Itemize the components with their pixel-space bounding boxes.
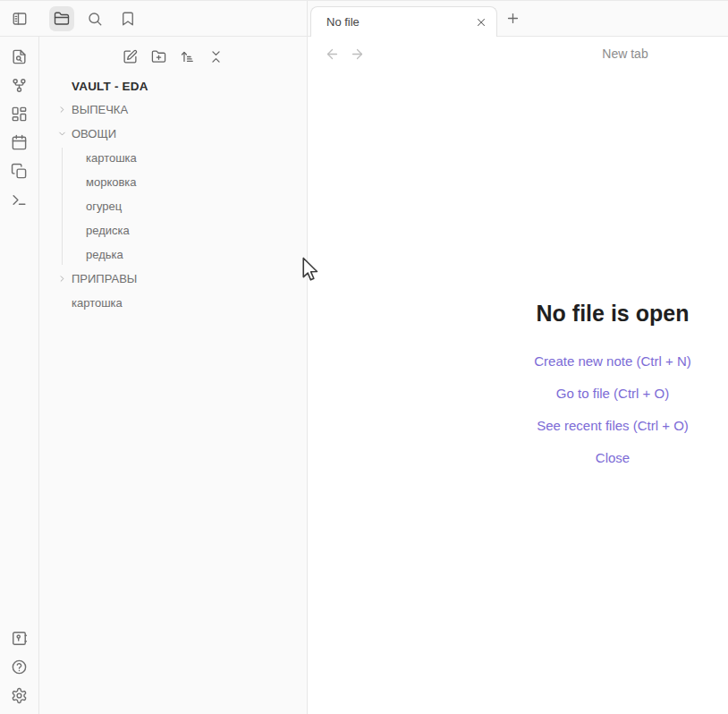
copy-icon	[11, 163, 28, 180]
new-note-icon	[123, 49, 138, 64]
left-body: VAULT - EDA ВЫПЕЧКА ОВОЩИ	[0, 37, 307, 714]
file-item[interactable]: огурец	[39, 194, 307, 218]
sidebar-top-strip	[0, 1, 307, 37]
folder-item-vypechka[interactable]: ВЫПЕЧКА	[39, 98, 307, 122]
navigate-back-button[interactable]	[323, 45, 341, 63]
folder-children: картошка морковка огурец редиска редька	[39, 146, 307, 267]
file-label: морковка	[86, 175, 137, 189]
tab-close-button[interactable]	[471, 13, 491, 32]
empty-state-actions: Create new note (Ctrl + N) Go to file (C…	[308, 354, 728, 465]
file-label: редиска	[86, 224, 130, 237]
tab-bookmarks[interactable]	[115, 6, 140, 31]
file-label: огурец	[86, 200, 122, 213]
ribbon-calendar-button[interactable]	[9, 132, 30, 153]
create-new-note-link[interactable]: Create new note (Ctrl + N)	[308, 354, 728, 369]
close-link[interactable]: Close	[308, 451, 728, 465]
left-pane: VAULT - EDA ВЫПЕЧКА ОВОЩИ	[0, 1, 307, 714]
explorer-actions	[39, 44, 307, 69]
folder-item-pripravy[interactable]: ПРИПРАВЫ	[39, 267, 307, 291]
empty-state: No file is open Create new note (Ctrl + …	[308, 300, 728, 465]
chevron-right-icon	[56, 105, 67, 115]
view-title: New tab	[602, 47, 648, 61]
go-to-file-link[interactable]: Go to file (Ctrl + O)	[308, 387, 728, 401]
view-header: New tab	[308, 37, 728, 71]
ribbon-file-search-button[interactable]	[9, 46, 30, 67]
file-item[interactable]: морковка	[39, 170, 307, 194]
terminal-icon	[11, 191, 28, 208]
file-item[interactable]: картошка	[39, 291, 307, 315]
file-label: картошка	[86, 151, 137, 165]
ribbon-templates-button[interactable]	[9, 160, 30, 182]
folder-label: ВЫПЕЧКА	[72, 103, 128, 116]
folder-label: ОВОЩИ	[72, 127, 116, 140]
vault-title[interactable]: VAULT - EDA	[39, 74, 307, 98]
arrow-right-icon	[350, 47, 365, 62]
close-icon	[475, 16, 487, 29]
tab-bar: No file	[308, 1, 728, 37]
main-content: No file is open Create new note (Ctrl + …	[308, 71, 728, 714]
navigate-forward-button[interactable]	[348, 45, 366, 63]
file-search-icon	[11, 48, 28, 65]
new-tab-button[interactable]	[502, 8, 523, 30]
ribbon	[0, 37, 39, 714]
ribbon-terminal-button[interactable]	[9, 189, 30, 210]
file-label: редька	[86, 248, 123, 261]
sort-order-button[interactable]	[177, 46, 199, 67]
layout-dashboard-icon	[11, 106, 28, 123]
new-folder-icon	[151, 49, 166, 64]
search-icon	[87, 11, 103, 27]
new-folder-button[interactable]	[148, 46, 170, 67]
panel-left-icon	[12, 11, 28, 27]
file-tree: ВЫПЕЧКА ОВОЩИ картошка морковка	[39, 98, 307, 315]
file-label: картошка	[72, 296, 123, 310]
settings-button[interactable]	[9, 684, 30, 706]
folder-icon	[54, 11, 70, 27]
file-item[interactable]: редька	[39, 242, 307, 267]
tab-file-explorer[interactable]	[49, 6, 74, 31]
arrow-left-icon	[325, 47, 340, 62]
see-recent-files-link[interactable]: See recent files (Ctrl + O)	[308, 419, 728, 433]
folder-item-ovoshchi[interactable]: ОВОЩИ	[39, 122, 307, 146]
vault-switcher-button[interactable]	[9, 627, 30, 649]
tab-title: No file	[326, 15, 471, 29]
file-item[interactable]: редиска	[39, 218, 307, 242]
tab-no-file[interactable]: No file	[310, 6, 497, 37]
gear-icon	[11, 687, 28, 704]
tab-search[interactable]	[82, 6, 107, 31]
plus-icon	[505, 11, 521, 26]
file-explorer: VAULT - EDA ВЫПЕЧКА ОВОЩИ	[39, 37, 307, 714]
calendar-icon	[11, 134, 28, 151]
file-item[interactable]: картошка	[39, 146, 307, 170]
ribbon-graph-button[interactable]	[9, 74, 30, 96]
new-note-button[interactable]	[120, 46, 141, 67]
collapse-all-icon	[208, 49, 224, 64]
collapse-all-button[interactable]	[206, 46, 227, 67]
ribbon-canvas-button[interactable]	[9, 103, 30, 124]
folder-label: ПРИПРАВЫ	[72, 272, 137, 285]
vault-icon	[11, 630, 28, 647]
toggle-left-sidebar-button[interactable]	[7, 6, 32, 31]
help-icon	[11, 659, 28, 676]
main-pane: No file	[307, 1, 728, 714]
chevron-right-icon	[56, 274, 67, 285]
sort-order-icon	[180, 49, 195, 64]
chevron-down-icon	[56, 129, 67, 140]
obsidian-window: VAULT - EDA ВЫПЕЧКА ОВОЩИ	[0, 0, 728, 714]
help-button[interactable]	[9, 656, 30, 677]
empty-state-heading: No file is open	[308, 300, 728, 327]
bookmark-icon	[120, 11, 136, 27]
graph-icon	[11, 77, 28, 94]
